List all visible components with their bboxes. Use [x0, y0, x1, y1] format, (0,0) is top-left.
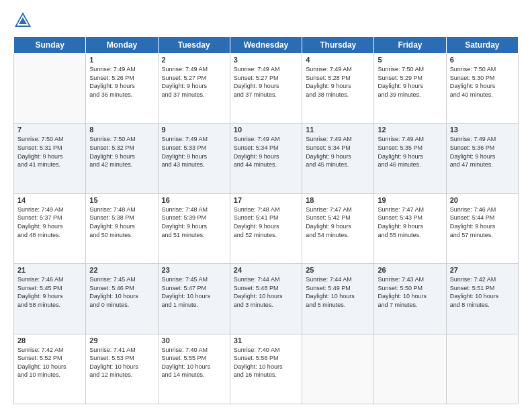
calendar-cell: 27Sunrise: 7:42 AM Sunset: 5:51 PM Dayli… [446, 264, 518, 334]
calendar-table: SundayMondayTuesdayWednesdayThursdayFrid… [13, 36, 519, 404]
day-info: Sunrise: 7:47 AM Sunset: 5:43 PM Dayligh… [378, 205, 442, 239]
col-header-saturday: Saturday [446, 37, 518, 54]
day-number: 11 [306, 126, 370, 134]
calendar-cell: 15Sunrise: 7:48 AM Sunset: 5:38 PM Dayli… [86, 193, 158, 263]
day-info: Sunrise: 7:50 AM Sunset: 5:29 PM Dayligh… [378, 65, 442, 99]
calendar-cell: 25Sunrise: 7:44 AM Sunset: 5:49 PM Dayli… [302, 264, 374, 334]
calendar-cell: 16Sunrise: 7:48 AM Sunset: 5:39 PM Dayli… [158, 193, 230, 263]
day-number: 31 [234, 336, 298, 345]
day-number: 15 [89, 196, 154, 204]
day-info: Sunrise: 7:40 AM Sunset: 5:55 PM Dayligh… [162, 346, 226, 379]
calendar-cell: 2Sunrise: 7:49 AM Sunset: 5:27 PM Daylig… [158, 54, 230, 124]
calendar-cell: 13Sunrise: 7:49 AM Sunset: 5:36 PM Dayli… [446, 124, 518, 193]
day-info: Sunrise: 7:44 AM Sunset: 5:49 PM Dayligh… [306, 275, 370, 309]
logo [13, 11, 35, 30]
day-number: 6 [450, 56, 515, 64]
day-info: Sunrise: 7:48 AM Sunset: 5:39 PM Dayligh… [162, 205, 226, 239]
calendar-cell: 4Sunrise: 7:49 AM Sunset: 5:28 PM Daylig… [302, 54, 374, 124]
day-info: Sunrise: 7:50 AM Sunset: 5:32 PM Dayligh… [89, 135, 154, 169]
day-info: Sunrise: 7:46 AM Sunset: 5:45 PM Dayligh… [17, 275, 82, 309]
day-number: 3 [234, 56, 298, 64]
day-number: 2 [162, 56, 226, 64]
day-number: 28 [17, 336, 82, 345]
day-number: 8 [89, 126, 154, 134]
calendar-cell: 9Sunrise: 7:49 AM Sunset: 5:33 PM Daylig… [158, 124, 230, 193]
calendar-cell: 14Sunrise: 7:49 AM Sunset: 5:37 PM Dayli… [14, 193, 86, 263]
calendar-week-4: 28Sunrise: 7:42 AM Sunset: 5:52 PM Dayli… [14, 334, 519, 404]
calendar-cell: 20Sunrise: 7:46 AM Sunset: 5:44 PM Dayli… [446, 193, 518, 263]
day-info: Sunrise: 7:42 AM Sunset: 5:52 PM Dayligh… [17, 346, 82, 379]
calendar-cell: 3Sunrise: 7:49 AM Sunset: 5:27 PM Daylig… [230, 54, 302, 124]
logo-icon [13, 11, 32, 30]
calendar-cell: 21Sunrise: 7:46 AM Sunset: 5:45 PM Dayli… [14, 264, 86, 334]
day-number: 4 [306, 56, 370, 64]
day-info: Sunrise: 7:49 AM Sunset: 5:36 PM Dayligh… [450, 135, 515, 169]
day-info: Sunrise: 7:50 AM Sunset: 5:31 PM Dayligh… [17, 135, 82, 169]
day-info: Sunrise: 7:48 AM Sunset: 5:38 PM Dayligh… [89, 205, 154, 239]
day-number: 24 [234, 266, 298, 274]
calendar-cell: 22Sunrise: 7:45 AM Sunset: 5:46 PM Dayli… [86, 264, 158, 334]
day-info: Sunrise: 7:44 AM Sunset: 5:48 PM Dayligh… [234, 275, 298, 309]
day-info: Sunrise: 7:50 AM Sunset: 5:30 PM Dayligh… [450, 65, 515, 99]
day-number: 23 [162, 266, 226, 274]
calendar-cell [14, 54, 86, 124]
calendar-cell [302, 334, 374, 404]
day-number: 7 [17, 126, 82, 134]
day-number: 25 [306, 266, 370, 274]
calendar-cell: 28Sunrise: 7:42 AM Sunset: 5:52 PM Dayli… [14, 334, 86, 404]
calendar-week-2: 14Sunrise: 7:49 AM Sunset: 5:37 PM Dayli… [14, 193, 519, 263]
col-header-sunday: Sunday [14, 37, 86, 54]
col-header-thursday: Thursday [302, 37, 374, 54]
day-number: 10 [234, 126, 298, 134]
calendar-cell: 7Sunrise: 7:50 AM Sunset: 5:31 PM Daylig… [14, 124, 86, 193]
calendar-week-0: 1Sunrise: 7:49 AM Sunset: 5:26 PM Daylig… [14, 54, 519, 124]
day-number: 29 [89, 336, 154, 345]
calendar-cell [374, 334, 446, 404]
calendar-cell: 12Sunrise: 7:49 AM Sunset: 5:35 PM Dayli… [374, 124, 446, 193]
calendar-cell: 26Sunrise: 7:43 AM Sunset: 5:50 PM Dayli… [374, 264, 446, 334]
calendar-cell: 5Sunrise: 7:50 AM Sunset: 5:29 PM Daylig… [374, 54, 446, 124]
day-number: 21 [17, 266, 82, 274]
day-info: Sunrise: 7:49 AM Sunset: 5:33 PM Dayligh… [162, 135, 226, 169]
day-info: Sunrise: 7:45 AM Sunset: 5:47 PM Dayligh… [162, 275, 226, 309]
col-header-friday: Friday [374, 37, 446, 54]
calendar-cell: 23Sunrise: 7:45 AM Sunset: 5:47 PM Dayli… [158, 264, 230, 334]
calendar-cell: 17Sunrise: 7:48 AM Sunset: 5:41 PM Dayli… [230, 193, 302, 263]
day-info: Sunrise: 7:42 AM Sunset: 5:51 PM Dayligh… [450, 275, 515, 309]
day-number: 17 [234, 196, 298, 204]
day-info: Sunrise: 7:40 AM Sunset: 5:56 PM Dayligh… [234, 346, 298, 379]
calendar-cell: 10Sunrise: 7:49 AM Sunset: 5:34 PM Dayli… [230, 124, 302, 193]
day-info: Sunrise: 7:49 AM Sunset: 5:26 PM Dayligh… [89, 65, 154, 99]
calendar-cell: 29Sunrise: 7:41 AM Sunset: 5:53 PM Dayli… [86, 334, 158, 404]
day-number: 14 [17, 196, 82, 204]
calendar-cell: 11Sunrise: 7:49 AM Sunset: 5:34 PM Dayli… [302, 124, 374, 193]
day-info: Sunrise: 7:48 AM Sunset: 5:41 PM Dayligh… [234, 205, 298, 239]
calendar-cell [446, 334, 518, 404]
day-number: 1 [89, 56, 154, 64]
day-info: Sunrise: 7:43 AM Sunset: 5:50 PM Dayligh… [378, 275, 442, 309]
day-number: 16 [162, 196, 226, 204]
day-number: 9 [162, 126, 226, 134]
calendar-cell: 30Sunrise: 7:40 AM Sunset: 5:55 PM Dayli… [158, 334, 230, 404]
day-info: Sunrise: 7:49 AM Sunset: 5:28 PM Dayligh… [306, 65, 370, 99]
day-number: 30 [162, 336, 226, 345]
calendar-cell: 19Sunrise: 7:47 AM Sunset: 5:43 PM Dayli… [374, 193, 446, 263]
calendar-cell: 8Sunrise: 7:50 AM Sunset: 5:32 PM Daylig… [86, 124, 158, 193]
day-number: 27 [450, 266, 515, 274]
calendar-cell: 31Sunrise: 7:40 AM Sunset: 5:56 PM Dayli… [230, 334, 302, 404]
day-number: 13 [450, 126, 515, 134]
calendar-cell: 18Sunrise: 7:47 AM Sunset: 5:42 PM Dayli… [302, 193, 374, 263]
calendar-cell: 1Sunrise: 7:49 AM Sunset: 5:26 PM Daylig… [86, 54, 158, 124]
calendar-week-3: 21Sunrise: 7:46 AM Sunset: 5:45 PM Dayli… [14, 264, 519, 334]
day-number: 5 [378, 56, 442, 64]
col-header-tuesday: Tuesday [158, 37, 230, 54]
day-info: Sunrise: 7:41 AM Sunset: 5:53 PM Dayligh… [89, 346, 154, 379]
calendar-cell: 6Sunrise: 7:50 AM Sunset: 5:30 PM Daylig… [446, 54, 518, 124]
col-header-wednesday: Wednesday [230, 37, 302, 54]
calendar-header-row: SundayMondayTuesdayWednesdayThursdayFrid… [14, 37, 519, 54]
header [13, 11, 519, 30]
day-info: Sunrise: 7:49 AM Sunset: 5:27 PM Dayligh… [162, 65, 226, 99]
day-number: 19 [378, 196, 442, 204]
day-info: Sunrise: 7:45 AM Sunset: 5:46 PM Dayligh… [89, 275, 154, 309]
day-info: Sunrise: 7:47 AM Sunset: 5:42 PM Dayligh… [306, 205, 370, 239]
